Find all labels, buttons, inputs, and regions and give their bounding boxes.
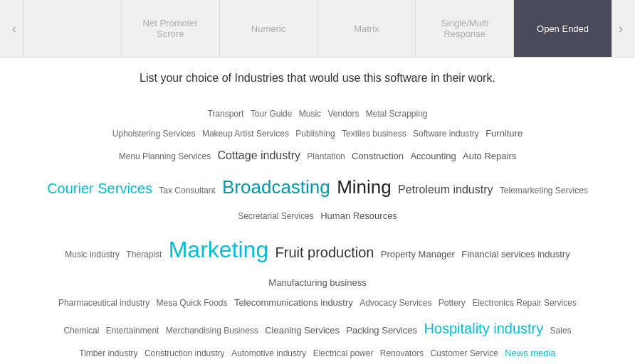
word-construction-industry: Construction industry (145, 346, 225, 362)
word-broadcasting: Broadcasting (222, 170, 330, 205)
word-transport: Transport (207, 106, 243, 122)
word-news-media: News media (505, 345, 556, 363)
word-merchandising: Merchandising Business (166, 323, 258, 339)
word-metal-scrapping: Metal Scrapping (366, 106, 428, 122)
word-cleaning: Cleaning Services (265, 322, 340, 340)
word-entertainment: Entertainment (106, 323, 159, 339)
word-mesa: Mesa Quick Foods (156, 295, 227, 311)
word-vendors: Vendors (327, 106, 359, 122)
tab-next-arrow[interactable]: › (612, 0, 629, 57)
word-telemarketing: Telemarketing Services (500, 183, 588, 199)
word-fruit: Fruit production (275, 239, 374, 266)
word-furniture: Furniture (486, 125, 523, 143)
word-automotive: Automotive industry (231, 346, 306, 362)
word-marketing: Marketing (169, 228, 269, 272)
word-plantation: Plantation (307, 149, 345, 165)
tabs-bar: ‹ Net Promoter Scrore Numeric Matrix Sin… (0, 0, 635, 58)
word-packing: Packing Services (346, 322, 417, 340)
tabs-list: Net Promoter Scrore Numeric Matrix Singl… (23, 0, 612, 57)
word-music: Music (299, 106, 321, 122)
word-chemical: Chemical (63, 323, 99, 339)
word-tour-guide: Tour Guide (251, 106, 293, 122)
word-music-industry: Music industry (65, 247, 120, 263)
word-manufacturing-business: Manufacturing business (268, 274, 366, 292)
word-renovators: Renovators (380, 346, 424, 362)
main-content: List your choice of Industries that woul… (0, 58, 635, 364)
word-telecom: Telecommunications industry (234, 294, 353, 312)
word-hospitality: Hospitality industry (424, 315, 543, 342)
word-hr: Human Resources (320, 208, 397, 225)
tab-empty[interactable] (23, 0, 122, 57)
word-upholstering: Upholstering Services (112, 126, 196, 142)
word-pottery: Pottery (439, 295, 466, 311)
tab-net-promoter[interactable]: Net Promoter Scrore (122, 0, 220, 57)
word-electrical: Electrical power (313, 346, 374, 362)
word-auto-repairs: Auto Repairs (463, 148, 516, 166)
tab-matrix[interactable]: Matrix (318, 0, 416, 57)
word-construction: Construction (352, 148, 404, 166)
tab-single-multi[interactable]: Single/Multi Response (416, 0, 514, 57)
word-pharma: Pharmaceutical industry (58, 295, 149, 311)
word-textiles: Textiles business (342, 126, 406, 142)
word-customer-service: Customer Service (430, 346, 498, 362)
word-sales: Sales (550, 323, 572, 339)
tab-open-ended[interactable]: Open Ended (514, 0, 612, 57)
app-container: ‹ Net Promoter Scrore Numeric Matrix Sin… (0, 0, 635, 364)
word-accounting: Accounting (410, 148, 456, 166)
word-timber: Timber industry (79, 346, 137, 362)
word-petroleum: Petroleum industry (398, 179, 493, 200)
word-mining: Mining (337, 170, 392, 205)
word-secretarial: Secretarial Services (238, 208, 314, 225)
word-tax-consultant: Tax Consultant (159, 183, 215, 199)
word-cottage: Cottage industry (218, 145, 301, 166)
word-therapist: Therapist (126, 247, 162, 263)
question-title: List your choice of Industries that woul… (21, 72, 614, 87)
word-publishing: Publishing (295, 126, 335, 142)
word-courier: Courier Services (47, 175, 152, 202)
word-financial: Financial services industry (461, 246, 570, 264)
word-advocacy: Advocacy Services (360, 295, 431, 311)
word-menu-planning: Menu Planning Services (119, 149, 211, 165)
tab-prev-arrow[interactable]: ‹ (6, 0, 23, 57)
word-cloud: Transport Tour Guide Music Vendors Metal… (21, 105, 614, 364)
word-software-industry: Software industry (413, 126, 479, 142)
word-makeup: Makeup Artist Services (202, 126, 289, 142)
tab-numeric[interactable]: Numeric (220, 0, 318, 57)
word-electronics-repair: Electronics Repair Services (472, 295, 577, 311)
word-property-manager: Property Manager (381, 246, 455, 264)
